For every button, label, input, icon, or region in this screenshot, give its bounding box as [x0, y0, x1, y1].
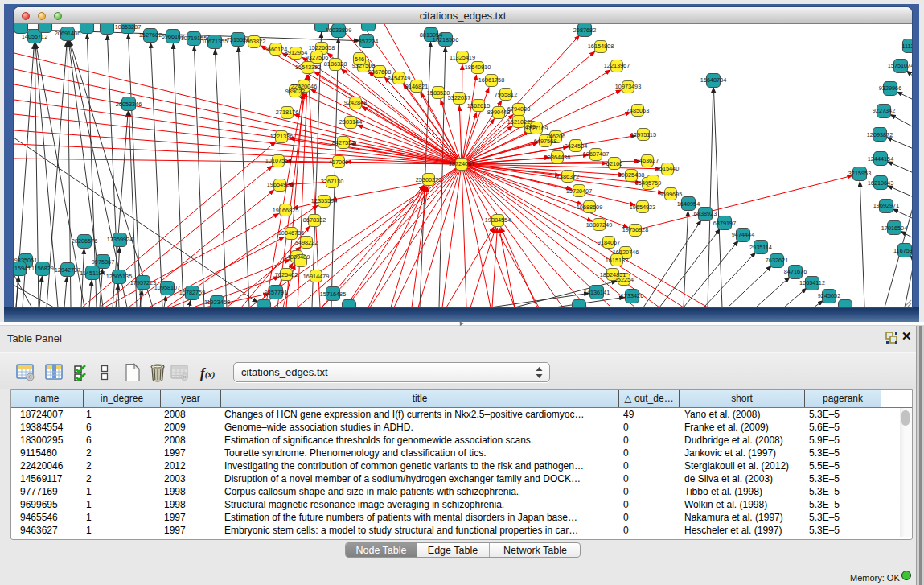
- svg-text:19756928: 19756928: [622, 226, 648, 233]
- svg-text:15495759: 15495759: [635, 179, 661, 187]
- svg-text:15720407: 15720407: [566, 187, 592, 195]
- svg-text:10607487: 10607487: [583, 150, 609, 158]
- svg-text:11325419: 11325419: [450, 54, 475, 61]
- svg-text:989022: 989022: [285, 88, 305, 95]
- svg-text:8427552: 8427552: [332, 139, 355, 146]
- svg-text:11451194: 11451194: [80, 270, 105, 277]
- svg-text:1221336: 1221336: [270, 133, 293, 140]
- svg-text:17359924: 17359924: [107, 236, 133, 243]
- svg-text:6497568: 6497568: [534, 138, 556, 145]
- svg-text:7625402: 7625402: [275, 271, 298, 278]
- svg-text:16961758: 16961758: [478, 76, 504, 84]
- svg-text:2935114: 2935114: [749, 244, 772, 251]
- svg-text:10046786: 10046786: [278, 229, 304, 237]
- svg-text:16914479: 16914479: [303, 273, 329, 280]
- svg-text:2718176: 2718176: [276, 109, 298, 116]
- svg-text:11121: 11121: [901, 43, 912, 50]
- svg-text:20691406: 20691406: [55, 30, 80, 37]
- svg-text:62160: 62160: [606, 160, 622, 167]
- svg-text:17016504: 17016504: [881, 225, 907, 232]
- svg-text:9835061: 9835061: [14, 257, 37, 264]
- svg-text:16210643: 16210643: [868, 179, 893, 187]
- svg-text:19384554: 19384554: [485, 216, 511, 224]
- svg-text:12505135: 12505135: [106, 273, 132, 280]
- svg-text:12093872: 12093872: [867, 131, 893, 138]
- svg-text:14099489: 14099489: [284, 253, 310, 261]
- svg-text:9146821: 9146821: [405, 83, 428, 90]
- svg-text:6794028: 6794028: [507, 105, 530, 113]
- svg-text:16648784: 16648784: [700, 76, 726, 84]
- svg-text:9474444: 9474444: [732, 231, 754, 238]
- svg-text:5322037: 5322037: [448, 94, 470, 101]
- svg-text:1640954: 1640954: [677, 200, 700, 208]
- svg-text:19166825: 19166825: [273, 207, 298, 214]
- svg-text:10958107: 10958107: [154, 284, 180, 291]
- svg-text:9184067: 9184067: [598, 239, 620, 246]
- svg-text:252254: 252254: [614, 276, 634, 283]
- svg-text:14136141: 14136141: [584, 289, 610, 296]
- svg-text:7485063: 7485063: [626, 107, 649, 114]
- svg-text:19654925: 19654925: [267, 181, 293, 188]
- svg-text:10025438: 10025438: [618, 171, 644, 179]
- svg-text:26053346: 26053346: [116, 101, 142, 108]
- svg-text:3915941: 3915941: [14, 265, 31, 272]
- svg-text:12353594: 12353594: [311, 197, 337, 204]
- svg-text:2803144: 2803144: [339, 118, 362, 126]
- svg-text:18807249: 18807249: [586, 221, 612, 229]
- svg-text:17957223: 17957223: [130, 279, 156, 286]
- svg-text:16782759: 16782759: [179, 289, 205, 296]
- svg-text:9329966: 9329966: [879, 84, 901, 92]
- svg-text:8678332: 8678332: [303, 216, 326, 224]
- svg-text:10654112: 10654112: [799, 279, 825, 286]
- svg-text:10688609: 10688609: [577, 204, 602, 211]
- svg-text:9227342: 9227342: [873, 107, 895, 114]
- svg-text:12942737: 12942737: [55, 266, 80, 274]
- svg-text:7955812: 7955812: [495, 91, 517, 98]
- svg-text:3267130: 3267130: [321, 178, 343, 185]
- svg-text:1615132: 1615132: [606, 257, 628, 264]
- svg-text:19692971: 19692971: [873, 202, 899, 209]
- svg-text:3624534: 3624534: [565, 142, 587, 150]
- svg-text:8912954: 8912954: [285, 49, 307, 56]
- svg-text:7663822: 7663822: [243, 38, 265, 45]
- svg-text:417006: 417006: [329, 159, 348, 166]
- svg-text:16154808: 16154808: [588, 43, 614, 50]
- svg-text:3498222: 3498222: [295, 239, 318, 246]
- svg-text:15716485: 15716485: [320, 290, 346, 298]
- svg-text:11923468: 11923468: [204, 299, 230, 306]
- svg-text:16543382: 16543382: [295, 64, 321, 71]
- svg-text:9857791: 9857791: [265, 289, 287, 296]
- svg-text:1156829: 1156829: [31, 265, 54, 272]
- svg-text:9777169: 9777169: [525, 125, 548, 132]
- svg-text:10973493: 10973493: [615, 83, 641, 90]
- svg-text:1527602: 1527602: [139, 31, 162, 39]
- svg-text:16033809: 16033809: [326, 27, 351, 34]
- svg-text:6379197: 6379197: [713, 220, 736, 227]
- svg-text:9242848: 9242848: [344, 99, 367, 106]
- svg-text:9975867: 9975867: [92, 258, 114, 266]
- svg-text:10671355: 10671355: [202, 38, 228, 45]
- svg-text:9245052: 9245052: [818, 292, 840, 299]
- svg-text:1733426: 1733426: [621, 292, 643, 299]
- svg-text:3215953: 3215953: [848, 170, 871, 177]
- svg-text:12975115: 12975115: [630, 131, 656, 138]
- svg-text:1167533: 1167533: [893, 247, 912, 254]
- svg-text:18640910: 18640910: [465, 64, 491, 71]
- svg-text:10853287: 10853287: [115, 24, 141, 31]
- svg-text:15751074: 15751074: [888, 62, 912, 69]
- svg-text:7632621: 7632621: [766, 257, 788, 264]
- svg-text:9463627: 9463627: [636, 157, 659, 164]
- svg-text:8186328: 8186328: [324, 60, 347, 68]
- svg-text:18724007: 18724007: [449, 160, 474, 167]
- svg-text:19218506: 19218506: [433, 36, 458, 43]
- svg-text:8454749: 8454749: [388, 75, 410, 82]
- svg-text:1588520: 1588520: [427, 89, 450, 97]
- svg-text:10107554: 10107554: [265, 157, 291, 164]
- svg-text:20206576: 20206576: [72, 237, 97, 245]
- svg-text:8471676: 8471676: [784, 268, 807, 275]
- svg-text:7386372: 7386372: [556, 173, 579, 180]
- svg-text:14055712: 14055712: [22, 33, 47, 40]
- svg-text:6938923: 6938923: [694, 210, 717, 217]
- svg-text:20364436: 20364436: [544, 154, 570, 161]
- svg-text:19654923: 19654923: [630, 204, 655, 211]
